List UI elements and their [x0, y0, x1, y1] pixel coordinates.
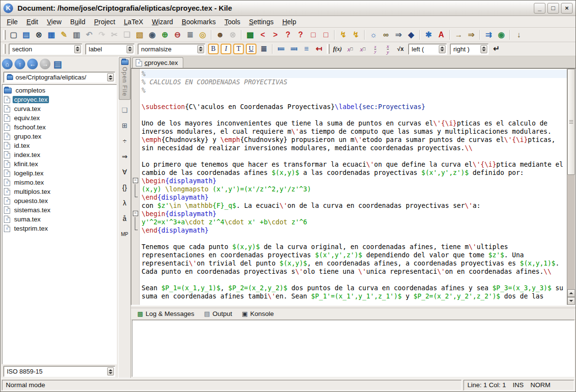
minimize-button[interactable]: _: [534, 3, 545, 14]
combo-arrows-icon[interactable]: [107, 73, 114, 81]
center-text-button[interactable]: ≣: [257, 43, 270, 55]
file-item-testprim-tex[interactable]: Ttestprim.tex: [3, 224, 116, 233]
watch-file-button[interactable]: ☻: [214, 29, 226, 41]
combo-arrows-icon[interactable]: [197, 45, 204, 53]
tab-relation-symbols[interactable]: ∀: [119, 167, 130, 177]
file-item-opuesto-tex[interactable]: Topuesto.tex: [3, 196, 116, 205]
encoding-combo[interactable]: ISO 8859-15: [3, 366, 115, 377]
menu-help[interactable]: Help: [278, 17, 301, 27]
underline-button[interactable]: U: [246, 44, 256, 54]
ps-to-pdf-button[interactable]: ⇒: [465, 29, 478, 41]
fold-marker[interactable]: [131, 225, 139, 234]
find-previous-button[interactable]: ⊖: [171, 29, 184, 41]
fold-marker[interactable]: [131, 192, 139, 201]
combo-arrows-icon[interactable]: [439, 45, 446, 53]
list-item-button[interactable]: ↤: [313, 43, 325, 55]
file-item-equiv-tex[interactable]: Tequiv.tex: [3, 113, 116, 123]
tab-files-projects[interactable]: ❏: [119, 105, 130, 115]
view-html-button[interactable]: ◉: [495, 29, 508, 41]
tab-konsole[interactable]: ▣Konsole: [238, 309, 278, 318]
tab-greek-letters[interactable]: λ: [119, 198, 130, 208]
file-item-index-tex[interactable]: Tindex.tex: [3, 150, 116, 159]
tab-special-chars[interactable]: å: [119, 213, 130, 224]
previous-warning-button[interactable]: ?: [282, 29, 294, 41]
menu-bookmarks[interactable]: Bookmarks: [177, 17, 220, 27]
home-button[interactable]: ⌂: [2, 59, 13, 69]
bold-button[interactable]: B: [208, 44, 219, 54]
pdflatex-button[interactable]: ✱: [422, 29, 435, 41]
configure-kile-button[interactable]: ◎: [196, 29, 209, 41]
paste-button[interactable]: ▧: [133, 29, 146, 41]
file-item-grupo-tex[interactable]: Tgrupo.tex: [3, 132, 116, 141]
combo-arrows-icon[interactable]: [74, 45, 81, 53]
text-area[interactable]: %% CALCULOS EN COORDENADAS PROYECTIVAS% …: [140, 69, 567, 305]
italic-button[interactable]: I: [221, 44, 231, 54]
view-dvi-button[interactable]: ∞: [380, 29, 392, 41]
left-delimiter-combo[interactable]: left (: [408, 44, 447, 55]
save-as-button[interactable]: ✎: [58, 29, 70, 41]
right-delimiter-combo[interactable]: right ): [450, 44, 489, 55]
save-button[interactable]: ▦: [45, 29, 58, 41]
tab-metapost[interactable]: MP: [119, 229, 130, 239]
dvi-forward-search-button[interactable]: ⇒: [392, 29, 405, 41]
find-button[interactable]: ◉: [146, 29, 159, 41]
tab-math-operators[interactable]: ÷: [119, 136, 130, 146]
enumerate-button[interactable]: ≕: [288, 43, 300, 55]
menu-tools[interactable]: Tools: [220, 17, 245, 27]
file-item-cproyec-tex[interactable]: Tcproyec.tex: [3, 95, 116, 104]
file-item-completos[interactable]: completos: [3, 86, 116, 95]
menu-view[interactable]: View: [43, 17, 66, 27]
up-button[interactable]: ↑: [15, 59, 25, 69]
latex-compile-button[interactable]: ☼: [367, 29, 380, 41]
size-combo[interactable]: normalsize: [138, 44, 206, 55]
sqrt-button[interactable]: √x: [394, 43, 407, 55]
scrollbar-thumb[interactable]: [567, 69, 575, 175]
menu-wizard[interactable]: Wizard: [147, 17, 177, 27]
itemize-button[interactable]: ≔: [275, 43, 288, 55]
previous-error-button[interactable]: <: [256, 29, 269, 41]
tab-open-file[interactable]: Open File: [119, 57, 130, 100]
math-mode-button[interactable]: f(x): [331, 43, 344, 55]
scroll-up-button[interactable]: [567, 289, 575, 297]
fold-marker[interactable]: [131, 176, 139, 184]
fraction-button[interactable]: xy: [369, 43, 382, 55]
menu-edit[interactable]: Edit: [22, 17, 43, 27]
build-and-view-button[interactable]: ↯: [350, 29, 362, 41]
close-button[interactable]: ×: [561, 3, 573, 14]
file-item-sistemas-tex[interactable]: Tsistemas.tex: [3, 205, 116, 215]
log-messages-view[interactable]: [132, 320, 575, 377]
tab-arrow-symbols[interactable]: ⇒: [119, 151, 130, 162]
combo-arrows-icon[interactable]: [127, 45, 133, 53]
fold-marker[interactable]: [131, 184, 139, 192]
view-pdf-button[interactable]: A: [435, 29, 448, 41]
titlebar[interactable]: K Document: /home/jose/Criptografia/elip…: [0, 0, 576, 16]
next-warning-button[interactable]: ?: [294, 29, 307, 41]
next-error-button[interactable]: >: [269, 29, 282, 41]
goto-line-button[interactable]: ≣: [184, 29, 196, 41]
file-item-kfinit-tex[interactable]: Tkfinit.tex: [3, 159, 116, 169]
display-fraction-button[interactable]: xy: [382, 43, 394, 55]
tab-log-messages[interactable]: ▩Log & Messages: [133, 309, 199, 318]
editor-scrollbar[interactable]: [567, 69, 575, 305]
fold-marker[interactable]: [131, 209, 139, 217]
file-item-id-tex[interactable]: Tid.tex: [3, 141, 116, 150]
open-folder-button[interactable]: ▤: [52, 59, 63, 69]
forward-search-button[interactable]: ↓: [512, 29, 525, 41]
find-next-button[interactable]: ⊕: [159, 29, 171, 41]
superscript-button[interactable]: x□: [356, 43, 369, 55]
file-item-multiplos-tex[interactable]: Tmultiplos.tex: [3, 187, 116, 196]
path-combo[interactable]: ose/Criptografia/elipticas/: [3, 72, 115, 83]
undo-button[interactable]: ↶: [83, 29, 96, 41]
quickbuild-button[interactable]: ↯: [337, 29, 350, 41]
bibtex-button[interactable]: ⇉: [482, 29, 495, 41]
structure-combo[interactable]: section: [9, 44, 82, 55]
file-item-mismo-tex[interactable]: Tmismo.tex: [3, 178, 116, 187]
maximize-button[interactable]: □: [547, 3, 559, 14]
previous-badbox-button[interactable]: □: [307, 29, 320, 41]
editor-tab-cproyec[interactable]: T cproyec.tex: [132, 57, 183, 68]
kghostview-button[interactable]: ◆: [405, 29, 417, 41]
menu-latex[interactable]: LaTeX: [120, 17, 148, 27]
description-button[interactable]: ≡: [300, 43, 313, 55]
file-item-curva-tex[interactable]: Tcurva.tex: [3, 104, 116, 113]
menu-file[interactable]: File: [2, 17, 22, 27]
